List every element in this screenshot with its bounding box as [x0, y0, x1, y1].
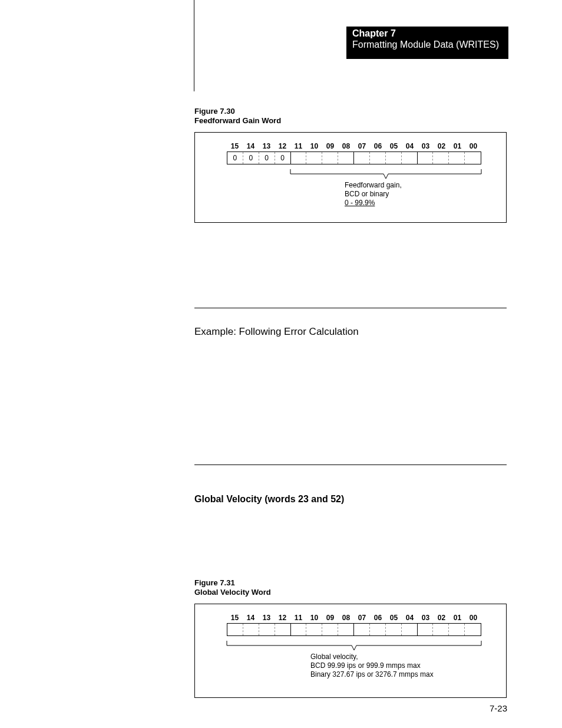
bit-label: 03: [418, 142, 434, 150]
bit-label: 08: [338, 614, 354, 622]
bit-cell: [402, 152, 418, 164]
bit-label: 14: [243, 614, 259, 622]
bit-cell: 0: [243, 152, 259, 164]
horizontal-rule: [194, 465, 507, 465]
bit-cell: 0: [259, 152, 275, 164]
bit-label: 09: [322, 142, 338, 150]
bit-label: 05: [386, 614, 402, 622]
bit-header-row: 15 14 13 12 11 10 09 08 07 06 05 04 03 0…: [227, 142, 494, 150]
bit-cell: [465, 152, 481, 164]
figure-30-diagram: 15 14 13 12 11 10 09 08 07 06 05 04 03 0…: [194, 132, 507, 223]
bit-label: 03: [418, 614, 434, 622]
annot-line: BCD 99.99 ips or 999.9 mmps max: [310, 661, 434, 670]
horizontal-rule: [194, 308, 507, 308]
bit-cell: [418, 624, 434, 635]
bit-label: 10: [306, 614, 322, 622]
bit-cell: [306, 624, 322, 635]
bit-cell: [291, 624, 307, 635]
bit-cell: [338, 624, 354, 635]
bit-label: 11: [290, 142, 306, 150]
bit-label: 01: [449, 142, 465, 150]
chapter-subtitle: Formatting Module Data (WRITES): [352, 39, 503, 51]
bit-label: 12: [275, 614, 290, 622]
bit-label: 00: [465, 614, 481, 622]
bit-label: 12: [275, 142, 290, 150]
bit-header-row: 15 14 13 12 11 10 09 08 07 06 05 04 03 0…: [227, 614, 494, 622]
figure-31-title: Global Velocity Word: [194, 588, 271, 597]
bit-cell: [259, 624, 275, 635]
bit-value-row: 0 0 0 0: [227, 151, 481, 164]
bit-label: 10: [306, 142, 322, 150]
bit-label: 15: [227, 614, 243, 622]
bit-label: 08: [338, 142, 354, 150]
bit-cell: [322, 152, 338, 164]
bit-cell: [370, 624, 386, 635]
bit-cell: [275, 624, 291, 635]
chapter-header: Chapter 7 Formatting Module Data (WRITES…: [346, 27, 508, 59]
bit-cell: [291, 152, 307, 164]
figure-31-number: Figure 7.31: [194, 578, 271, 588]
bit-cell: [227, 624, 243, 635]
bit-label: 06: [370, 142, 386, 150]
bit-label: 04: [402, 614, 418, 622]
bit-cell: [433, 152, 449, 164]
annot-line: Global velocity,: [310, 653, 434, 661]
figure-30-title: Feedforward Gain Word: [194, 116, 281, 126]
bit-cell: [402, 624, 418, 635]
bit-label: 02: [434, 142, 449, 150]
bit-cell: [243, 624, 259, 635]
bit-label: 13: [259, 614, 275, 622]
bit-label: 11: [290, 614, 306, 622]
figure-31-annotation: Global velocity, BCD 99.99 ips or 999.9 …: [310, 653, 434, 679]
figure-30-caption: Figure 7.30 Feedforward Gain Word: [194, 107, 281, 126]
bit-cell: [418, 152, 434, 164]
bit-label: 13: [259, 142, 275, 150]
bit-cell: [322, 624, 338, 635]
annot-line: 0 - 99.9%: [345, 199, 402, 207]
bit-cell: 0: [275, 152, 291, 164]
figure-30-number: Figure 7.30: [194, 107, 281, 116]
example-heading: Example: Following Error Calculation: [194, 326, 359, 338]
bit-label: 00: [465, 142, 481, 150]
annot-line: Feedforward gain,: [345, 181, 402, 190]
bit-label: 02: [434, 614, 449, 622]
bit-label: 05: [386, 142, 402, 150]
bit-cell: [449, 624, 465, 635]
bit-cell: [306, 152, 322, 164]
bit-value-row: [227, 623, 481, 636]
bit-cell: [433, 624, 449, 635]
bit-label: 04: [402, 142, 418, 150]
bit-cell: [354, 624, 370, 635]
bit-cell: 0: [227, 152, 243, 164]
figure-31-caption: Figure 7.31 Global Velocity Word: [194, 578, 271, 598]
chapter-number: Chapter 7: [352, 28, 503, 39]
figure-30-annotation: Feedforward gain, BCD or binary 0 - 99.9…: [345, 181, 402, 207]
page-number: 7-23: [490, 703, 507, 713]
bit-label: 15: [227, 142, 243, 150]
bit-cell: [354, 152, 370, 164]
bit-cell: [386, 152, 402, 164]
section-heading-global-velocity: Global Velocity (words 23 and 52): [194, 494, 344, 505]
figure-31-diagram: 15 14 13 12 11 10 09 08 07 06 05 04 03 0…: [194, 604, 507, 698]
bit-cell: [449, 152, 465, 164]
bit-label: 01: [449, 614, 465, 622]
bit-label: 14: [243, 142, 259, 150]
bit-label: 07: [354, 614, 370, 622]
left-vertical-rule: [194, 0, 194, 91]
bit-label: 09: [322, 614, 338, 622]
page: Chapter 7 Formatting Module Data (WRITES…: [0, 0, 562, 728]
bit-cell: [338, 152, 354, 164]
bit-cell: [370, 152, 386, 164]
bit-label: 06: [370, 614, 386, 622]
annot-line: BCD or binary: [345, 190, 402, 199]
bit-cell: [465, 624, 481, 635]
annot-line: Binary 327.67 ips or 3276.7 mmps max: [310, 670, 434, 679]
bit-label: 07: [354, 142, 370, 150]
bit-cell: [386, 624, 402, 635]
